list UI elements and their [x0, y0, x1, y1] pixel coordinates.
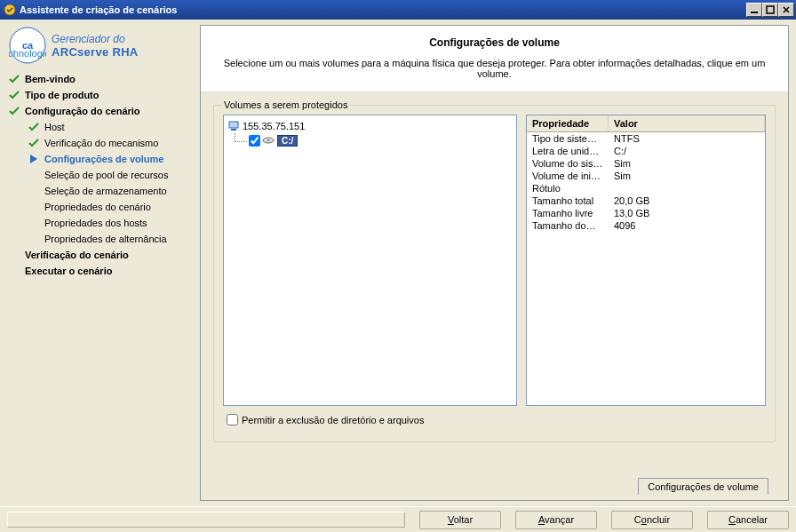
- back-button[interactable]: Voltar: [419, 511, 501, 529]
- svg-rect-1: [751, 12, 758, 13]
- current-step-icon: [28, 154, 39, 164]
- disk-icon: [262, 134, 275, 147]
- cancel-button[interactable]: Cancelar: [707, 511, 789, 529]
- tab-strip: Configurações de volume: [638, 478, 768, 495]
- svg-point-9: [267, 139, 270, 141]
- tree-connector-icon: [235, 133, 247, 142]
- tree-root-label: 155.35.75.151: [243, 121, 305, 131]
- nav-label: Propriedades dos hosts: [44, 218, 147, 228]
- allow-delete-row: Permitir a exclusão de diretório e arqui…: [223, 411, 766, 428]
- nav-engine-check[interactable]: Verificação do mecanismo: [5, 135, 195, 151]
- property-row[interactable]: Volume de ini…Sim: [527, 170, 765, 182]
- nav-label: Configurações de volume: [44, 154, 163, 164]
- nav-label: Seleção de armazenamento: [44, 186, 167, 196]
- svg-text:technologies: technologies: [9, 48, 46, 59]
- fieldset-legend: Volumes a serem protegidos: [221, 99, 350, 110]
- brand-text: Gerenciador do ARCserve RHA: [52, 33, 139, 59]
- finish-button[interactable]: Concluir: [611, 511, 693, 529]
- maximize-button[interactable]: [762, 3, 778, 17]
- nav-label: Propriedades do cenário: [44, 202, 151, 212]
- property-value: Sim: [614, 158, 760, 169]
- nav-label: Verificação do cenário: [25, 250, 129, 260]
- svg-rect-6: [229, 122, 238, 128]
- nav-scenario-setup[interactable]: Configuração do cenário: [5, 103, 195, 119]
- property-key: Tamanho livre: [532, 208, 614, 218]
- tree-volume[interactable]: C:/: [227, 133, 513, 147]
- bottom-bar: Voltar Avançar Concluir Cancelar: [0, 506, 796, 532]
- volumes-fieldset: Volumes a serem protegidos 155.35.75.151: [213, 105, 776, 442]
- property-value: 20,0 GB: [614, 195, 760, 206]
- nav-label: Seleção de pool de recursos: [44, 170, 168, 180]
- nav-label: Host: [44, 122, 65, 132]
- volume-tree[interactable]: 155.35.75.151 C:/: [223, 115, 517, 406]
- properties-panel: Propriedade Valor Tipo de siste…NTFSLetr…: [526, 115, 766, 406]
- property-value: 4096: [614, 220, 760, 231]
- close-button[interactable]: [778, 3, 794, 17]
- nav-switchover-props[interactable]: Propriedades de alternância: [5, 231, 195, 247]
- volume-checkbox[interactable]: [249, 135, 260, 147]
- property-key: Letra de unid…: [532, 146, 614, 156]
- check-icon: [9, 90, 20, 100]
- nav-storage-selection[interactable]: Seleção de armazenamento: [5, 183, 195, 199]
- check-icon: [9, 74, 20, 84]
- nav-welcome[interactable]: Bem-vindo: [5, 71, 195, 87]
- title-bar: Assistente de criação de cenários: [0, 0, 796, 20]
- allow-delete-label: Permitir a exclusão de diretório e arqui…: [242, 415, 424, 425]
- nav-scenario-props[interactable]: Propriedades do cenário: [5, 199, 195, 215]
- page-body: Volumes a serem protegidos 155.35.75.151: [201, 92, 788, 500]
- property-key: Rótulo: [532, 183, 614, 194]
- nav-product-type[interactable]: Tipo de produto: [5, 87, 195, 103]
- nav-host[interactable]: Host: [5, 119, 195, 135]
- brand-line1: Gerenciador do: [52, 33, 139, 45]
- brand-logo-icon: catechnologies: [9, 27, 46, 64]
- app-icon: [4, 4, 16, 16]
- properties-body[interactable]: Tipo de siste…NTFSLetra de unid…C:/Volum…: [527, 132, 765, 405]
- page-title: Configurações de volume: [219, 36, 770, 49]
- nav-label: Tipo de produto: [25, 90, 100, 100]
- nav-label: Configuração do cenário: [25, 106, 140, 116]
- drive-label: C:/: [277, 135, 298, 147]
- property-key: Volume de ini…: [532, 171, 614, 181]
- next-button[interactable]: Avançar: [515, 511, 597, 529]
- svg-rect-7: [231, 129, 236, 131]
- nav-label: Verificação do mecanismo: [44, 138, 158, 148]
- nav-run-scenario[interactable]: Executar o cenário: [5, 263, 195, 279]
- nav-label: Executar o cenário: [25, 266, 112, 276]
- property-row[interactable]: Tipo de siste…NTFS: [527, 132, 765, 145]
- check-icon: [28, 138, 39, 148]
- property-value: NTFS: [614, 133, 760, 144]
- check-icon: [28, 122, 39, 132]
- property-key: Tamanho total: [532, 195, 614, 206]
- property-key: Tamanho do…: [532, 220, 614, 231]
- property-row[interactable]: Tamanho do…4096: [527, 219, 765, 232]
- property-value: 13,0 GB: [614, 208, 760, 218]
- check-icon: [9, 106, 20, 116]
- prop-header-value: Valor: [609, 115, 765, 131]
- page-description: Selecione um ou mais volumes para a máqu…: [219, 58, 770, 79]
- host-computer-icon: [227, 120, 240, 132]
- nav-scenario-verify[interactable]: Verificação do cenário: [5, 247, 195, 263]
- sidebar: catechnologies Gerenciador do ARCserve R…: [0, 20, 200, 506]
- property-row[interactable]: Tamanho total20,0 GB: [527, 195, 765, 207]
- property-row[interactable]: Tamanho livre13,0 GB: [527, 207, 765, 219]
- tree-root[interactable]: 155.35.75.151: [227, 119, 513, 133]
- main-area: catechnologies Gerenciador do ARCserve R…: [0, 20, 796, 506]
- nav-list: Bem-vindo Tipo de produto Configuração d…: [5, 71, 195, 279]
- nav-volume-settings[interactable]: Configurações de volume: [5, 151, 195, 167]
- property-row[interactable]: Volume do sis…Sim: [527, 157, 765, 170]
- property-value: Sim: [614, 171, 760, 181]
- volumes-row: 155.35.75.151 C:/ Propriedade: [223, 115, 766, 406]
- minimize-button[interactable]: [746, 3, 762, 17]
- svg-rect-2: [767, 6, 774, 13]
- property-row[interactable]: Letra de unid…C:/: [527, 145, 765, 157]
- status-spacer: [7, 512, 405, 528]
- nav-pool-selection[interactable]: Seleção de pool de recursos: [5, 167, 195, 183]
- nav-host-props[interactable]: Propriedades dos hosts: [5, 215, 195, 231]
- nav-label: Bem-vindo: [25, 74, 76, 84]
- tab-volume-settings[interactable]: Configurações de volume: [638, 478, 768, 495]
- brand-block: catechnologies Gerenciador do ARCserve R…: [5, 27, 195, 64]
- allow-delete-checkbox[interactable]: [227, 414, 238, 425]
- property-value: [614, 183, 760, 194]
- property-row[interactable]: Rótulo: [527, 182, 765, 195]
- prop-header-key: Propriedade: [527, 115, 609, 131]
